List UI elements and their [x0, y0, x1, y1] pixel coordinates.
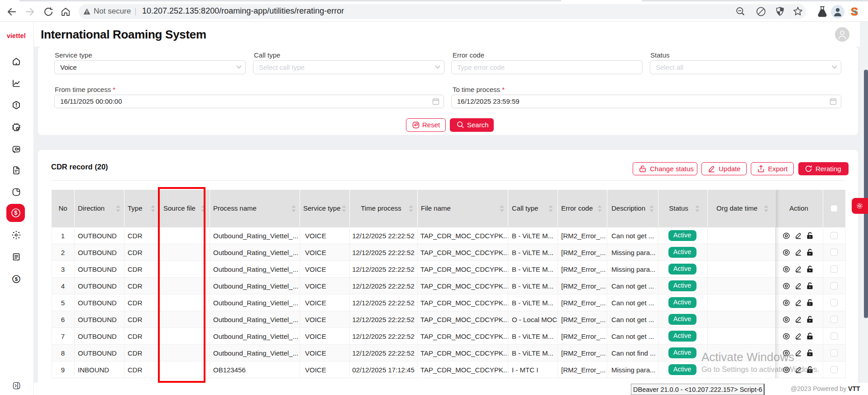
svg-text:$: $ [14, 210, 18, 216]
svg-text:$: $ [15, 276, 18, 282]
